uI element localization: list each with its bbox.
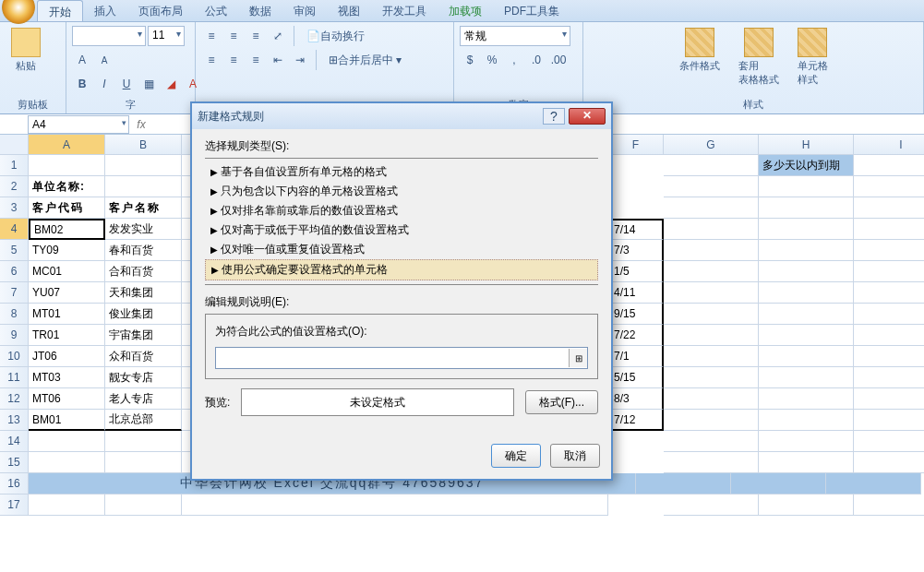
cell[interactable] [29, 495, 105, 516]
row-header[interactable]: 3 [0, 197, 29, 219]
rule-type-item[interactable]: 仅对排名靠前或靠后的数值设置格式 [205, 201, 598, 220]
cell[interactable] [636, 473, 731, 495]
cell[interactable]: 老人专店 [105, 388, 182, 410]
number-format-combo[interactable]: 常规 [460, 26, 570, 46]
cell[interactable]: MC01 [29, 261, 105, 282]
cell[interactable]: MT01 [29, 304, 105, 325]
cell[interactable] [29, 431, 105, 452]
select-all-corner[interactable] [0, 135, 29, 155]
tab-pdf[interactable]: PDF工具集 [493, 0, 570, 21]
align-bot[interactable]: ≡ [246, 26, 266, 46]
row-header[interactable]: 11 [0, 367, 29, 388]
cell[interactable] [759, 325, 854, 346]
cell[interactable] [854, 155, 924, 176]
tab-view[interactable]: 视图 [327, 0, 371, 21]
cell[interactable]: 发发实业 [105, 219, 182, 240]
cell[interactable]: 8/3 [608, 388, 664, 410]
percent-button[interactable]: % [482, 50, 502, 70]
cell[interactable] [854, 495, 924, 516]
cell[interactable] [854, 304, 924, 325]
cell[interactable]: 7/14 [608, 219, 664, 240]
cell[interactable] [731, 473, 826, 495]
row-header[interactable]: 15 [0, 452, 29, 473]
cell[interactable]: 客户代码 [29, 197, 105, 219]
format-button[interactable]: 格式(F)... [525, 390, 598, 414]
cell[interactable]: 1/5 [608, 261, 664, 282]
align-mid[interactable]: ≡ [223, 26, 244, 46]
cell[interactable]: BM01 [29, 410, 105, 431]
align-center[interactable]: ≡ [223, 50, 244, 70]
rule-type-item[interactable]: 只为包含以下内容的单元格设置格式 [205, 182, 598, 201]
name-box[interactable]: A4 [28, 115, 129, 134]
cell[interactable] [854, 388, 924, 410]
cell[interactable]: 7/1 [608, 346, 664, 367]
row-header[interactable]: 8 [0, 304, 29, 325]
cell[interactable] [854, 431, 924, 452]
row-header[interactable]: 16 [0, 473, 29, 495]
cell[interactable] [664, 346, 759, 367]
cell[interactable] [759, 219, 854, 240]
row-header[interactable]: 2 [0, 176, 29, 197]
cell[interactable] [826, 473, 921, 495]
cell[interactable] [854, 410, 924, 431]
cell[interactable] [759, 388, 854, 410]
cell[interactable] [664, 240, 759, 261]
row-header[interactable]: 17 [0, 495, 29, 516]
cell[interactable] [664, 304, 759, 325]
cell[interactable]: MT06 [29, 388, 105, 410]
font-grow-button[interactable]: A [72, 50, 92, 70]
fx-button[interactable]: fx [129, 118, 153, 131]
cell[interactable] [854, 325, 924, 346]
cell[interactable] [664, 155, 759, 176]
cell[interactable]: 合和百货 [105, 261, 182, 282]
tab-formula[interactable]: 公式 [194, 0, 238, 21]
cell[interactable] [854, 282, 924, 304]
row-header[interactable]: 6 [0, 261, 29, 282]
cell[interactable]: 7/12 [608, 410, 664, 431]
cell[interactable]: 4/11 [608, 282, 664, 304]
cell[interactable] [664, 452, 759, 473]
cell[interactable] [105, 495, 182, 516]
cell[interactable]: BM02 [29, 219, 105, 240]
align-left[interactable]: ≡ [201, 50, 222, 70]
cell[interactable]: 春和百货 [105, 240, 182, 261]
cell[interactable]: 9/15 [608, 304, 664, 325]
cell[interactable]: TR01 [29, 325, 105, 346]
cancel-button[interactable]: 取消 [550, 444, 600, 468]
cell[interactable] [664, 325, 759, 346]
cell[interactable] [759, 197, 854, 219]
align-top[interactable]: ≡ [201, 26, 222, 46]
cell[interactable] [664, 410, 759, 431]
col-header-G[interactable]: G [664, 135, 759, 155]
cell[interactable] [664, 431, 759, 452]
cell[interactable] [854, 176, 924, 197]
currency-button[interactable]: $ [460, 50, 480, 70]
cell[interactable]: 宇宙集团 [105, 325, 182, 346]
wrap-button[interactable]: 📄 自动换行 [300, 26, 371, 46]
cell[interactable]: JT06 [29, 346, 105, 367]
cell[interactable]: TY09 [29, 240, 105, 261]
cell[interactable] [664, 197, 759, 219]
cell[interactable]: 众和百货 [105, 346, 182, 367]
rule-type-item-selected[interactable]: 使用公式确定要设置格式的单元格 [205, 259, 598, 280]
cell[interactable]: 5/15 [608, 367, 664, 388]
cell[interactable] [664, 261, 759, 282]
cell[interactable] [759, 282, 854, 304]
cond-format-button[interactable]: 条件格式 [674, 26, 726, 75]
paste-button[interactable]: 粘贴 [6, 26, 46, 75]
inc-decimal-button[interactable]: .0 [526, 50, 546, 70]
italic-button[interactable]: I [94, 74, 114, 94]
tab-start[interactable]: 开始 [37, 0, 83, 21]
fill-color-button[interactable]: ◢ [161, 74, 181, 94]
underline-button[interactable]: U [116, 74, 137, 94]
row-header[interactable]: 12 [0, 388, 29, 410]
bold-button[interactable]: B [72, 74, 92, 94]
indent-dec[interactable]: ⇤ [268, 50, 288, 70]
range-selector-button[interactable]: ⊞ [569, 349, 587, 367]
ok-button[interactable]: 确定 [491, 444, 541, 468]
cell[interactable]: 俊业集团 [105, 304, 182, 325]
border-button[interactable]: ▦ [138, 74, 159, 94]
orient-button[interactable]: ⤢ [268, 26, 288, 46]
cell[interactable]: 北京总部 [105, 410, 182, 431]
cell[interactable] [759, 452, 854, 473]
